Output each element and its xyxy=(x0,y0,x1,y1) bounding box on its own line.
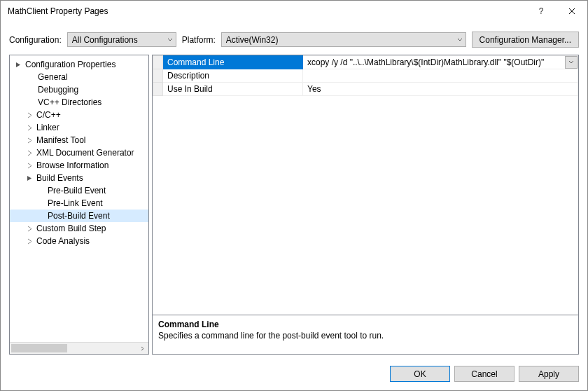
tree-item-ccpp[interactable]: C/C++ xyxy=(10,109,148,121)
tree-label: Manifest Tool xyxy=(35,135,87,145)
expand-icon[interactable] xyxy=(25,149,34,157)
collapse-icon[interactable] xyxy=(25,174,34,182)
expand-icon[interactable] xyxy=(25,123,34,132)
tree-item-code-analysis[interactable]: Code Analysis xyxy=(10,235,148,247)
tree-item-pre-link-event[interactable]: Pre-Link Event xyxy=(10,197,148,210)
collapse-icon[interactable] xyxy=(14,60,22,69)
tree-label: Debugging xyxy=(36,85,80,95)
ok-button[interactable]: OK xyxy=(390,366,450,382)
chevron-down-icon xyxy=(457,35,463,45)
configuration-manager-button[interactable]: Configuration Manager... xyxy=(472,32,579,48)
expand-icon[interactable] xyxy=(25,111,34,119)
titlebar: MathClient Property Pages ? xyxy=(1,1,587,22)
expand-icon[interactable] xyxy=(25,237,34,245)
tree-item-build-events[interactable]: Build Events xyxy=(10,172,148,184)
platform-label: Platform: xyxy=(182,35,216,45)
platform-value: Active(Win32) xyxy=(226,35,279,45)
tree-panel: Configuration Properties General Debuggi… xyxy=(9,55,149,355)
tree[interactable]: Configuration Properties General Debuggi… xyxy=(10,55,148,342)
configuration-label: Configuration: xyxy=(9,35,62,45)
button-label: Cancel xyxy=(471,369,497,379)
tree-horizontal-scrollbar[interactable] xyxy=(10,342,148,354)
tree-item-vc-directories[interactable]: VC++ Directories xyxy=(10,96,148,109)
help-panel: Command Line Specifies a command line fo… xyxy=(153,315,578,354)
tree-label: Pre-Build Event xyxy=(46,186,107,196)
dialog-button-bar: OK Cancel Apply xyxy=(1,360,587,390)
tree-label: Browse Information xyxy=(35,160,110,170)
tree-label: Custom Build Step xyxy=(35,224,107,233)
scrollbar-right-arrow-icon[interactable] xyxy=(136,343,148,354)
tree-label: C/C++ xyxy=(35,110,62,120)
close-icon xyxy=(568,8,575,15)
row-gutter xyxy=(153,69,163,83)
property-row-description[interactable]: Description xyxy=(153,69,578,83)
apply-button[interactable]: Apply xyxy=(519,366,579,382)
tree-label: Build Events xyxy=(35,173,85,183)
property-name: Use In Build xyxy=(163,83,303,96)
tree-label: Post-Build Event xyxy=(46,211,111,221)
property-row-command-line[interactable]: Command Line xcopy /y /d "..\..\MathLibr… xyxy=(153,56,578,69)
property-name: Command Line xyxy=(163,56,303,69)
property-value-description[interactable] xyxy=(303,69,578,83)
configuration-manager-label: Configuration Manager... xyxy=(479,35,571,45)
property-value-text: xcopy /y /d "..\..\MathLibrary\$(IntDir)… xyxy=(307,57,544,67)
scrollbar-thumb[interactable] xyxy=(11,344,67,352)
property-value-command-line[interactable]: xcopy /y /d "..\..\MathLibrary\$(IntDir)… xyxy=(303,56,578,69)
tree-label: General xyxy=(36,72,69,82)
help-property-description: Specifies a command line for the post-bu… xyxy=(158,331,573,341)
close-button[interactable] xyxy=(556,1,587,22)
property-value-use-in-build[interactable]: Yes xyxy=(303,83,578,96)
property-panel: Command Line xcopy /y /d "..\..\MathLibr… xyxy=(152,55,579,355)
property-grid: Command Line xcopy /y /d "..\..\MathLibr… xyxy=(153,55,578,315)
tree-item-debugging[interactable]: Debugging xyxy=(10,83,148,96)
platform-dropdown[interactable]: Active(Win32) xyxy=(221,32,466,47)
chevron-down-icon xyxy=(568,60,574,65)
config-row: Configuration: All Configurations Platfo… xyxy=(1,22,587,55)
configuration-value: All Configurations xyxy=(72,35,138,45)
value-dropdown-button[interactable] xyxy=(565,56,578,69)
tree-label: Linker xyxy=(35,123,61,132)
main-content: Configuration Properties General Debuggi… xyxy=(1,55,587,360)
configuration-dropdown[interactable]: All Configurations xyxy=(67,32,176,47)
tree-item-configuration-properties[interactable]: Configuration Properties xyxy=(10,58,148,71)
row-gutter xyxy=(153,83,163,96)
window-title: MathClient Property Pages xyxy=(8,6,526,16)
tree-item-browse-info[interactable]: Browse Information xyxy=(10,159,148,172)
button-label: OK xyxy=(414,369,426,379)
cancel-button[interactable]: Cancel xyxy=(454,366,514,382)
tree-label: VC++ Directories xyxy=(36,97,103,107)
chevron-down-icon xyxy=(167,35,173,45)
tree-item-manifest-tool[interactable]: Manifest Tool xyxy=(10,134,148,146)
property-name: Description xyxy=(163,69,303,83)
tree-item-xml-doc[interactable]: XML Document Generator xyxy=(10,146,148,159)
tree-item-linker[interactable]: Linker xyxy=(10,121,148,134)
expand-icon[interactable] xyxy=(25,136,34,144)
help-property-name: Command Line xyxy=(158,320,573,329)
tree-item-post-build-event[interactable]: Post-Build Event xyxy=(10,210,148,222)
tree-label: Code Analysis xyxy=(35,236,91,246)
tree-item-pre-build-event[interactable]: Pre-Build Event xyxy=(10,184,148,197)
help-button[interactable]: ? xyxy=(526,1,556,22)
expand-icon[interactable] xyxy=(25,224,34,233)
tree-label: XML Document Generator xyxy=(35,148,136,158)
tree-label: Configuration Properties xyxy=(24,60,117,69)
property-row-use-in-build[interactable]: Use In Build Yes xyxy=(153,83,578,96)
button-label: Apply xyxy=(538,369,559,379)
expand-icon[interactable] xyxy=(25,161,34,170)
tree-item-general[interactable]: General xyxy=(10,71,148,83)
tree-label: Pre-Link Event xyxy=(46,198,104,208)
tree-item-custom-build-step[interactable]: Custom Build Step xyxy=(10,222,148,235)
row-gutter xyxy=(153,56,163,69)
